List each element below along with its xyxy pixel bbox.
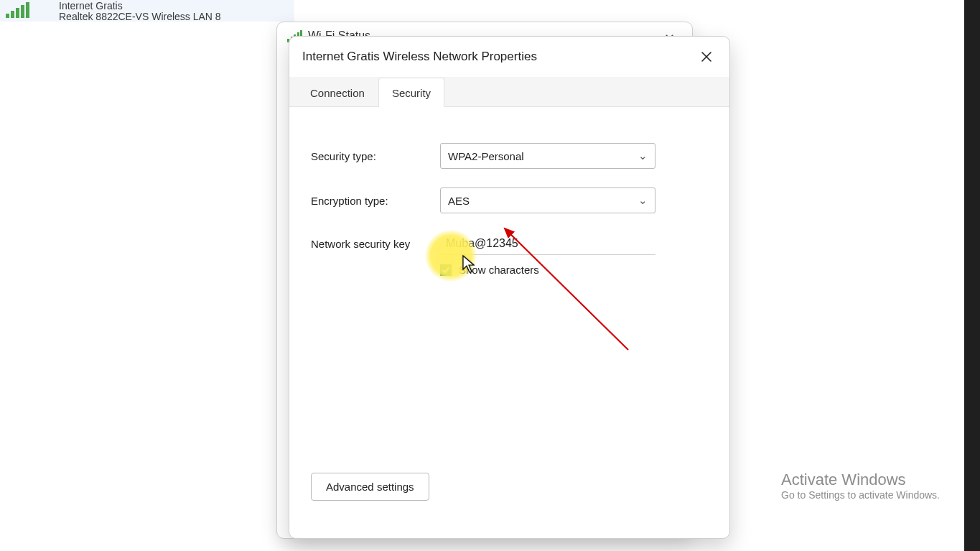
tab-strip: Connection Security bbox=[289, 77, 729, 107]
encryption-type-value: AES bbox=[448, 195, 470, 207]
wifi-signal-icon bbox=[6, 1, 56, 18]
tab-connection[interactable]: Connection bbox=[297, 78, 378, 107]
show-characters-checkbox[interactable] bbox=[440, 264, 452, 276]
network-adapter: Realtek 8822CE-VS Wireless LAN 8 bbox=[59, 11, 221, 22]
check-icon bbox=[442, 266, 450, 274]
network-security-key-label: Network security key bbox=[311, 238, 440, 250]
network-security-key-input[interactable] bbox=[440, 232, 655, 255]
security-type-value: WPA2-Personal bbox=[448, 150, 524, 162]
close-button[interactable] bbox=[696, 47, 717, 67]
show-characters-label: Show characters bbox=[459, 264, 539, 276]
watermark-title: Activate Windows bbox=[781, 471, 940, 489]
security-type-select[interactable]: WPA2-Personal ⌄ bbox=[440, 143, 655, 169]
activate-windows-watermark: Activate Windows Go to Settings to activ… bbox=[781, 471, 940, 501]
security-type-label: Security type: bbox=[311, 150, 440, 162]
chevron-down-icon: ⌄ bbox=[638, 149, 648, 162]
advanced-settings-button[interactable]: Advanced settings bbox=[311, 473, 429, 501]
chevron-down-icon: ⌄ bbox=[638, 194, 648, 207]
tab-content-security: Security type: WPA2-Personal ⌄ Encryptio… bbox=[289, 107, 729, 538]
right-edge-bar bbox=[964, 0, 980, 551]
network-name: Internet Gratis bbox=[59, 1, 221, 11]
encryption-type-select[interactable]: AES ⌄ bbox=[440, 187, 655, 213]
encryption-type-label: Encryption type: bbox=[311, 195, 440, 207]
watermark-subtitle: Go to Settings to activate Windows. bbox=[781, 489, 940, 501]
dialog-title: Internet Gratis Wireless Network Propert… bbox=[302, 50, 537, 64]
tab-security[interactable]: Security bbox=[378, 78, 444, 107]
close-icon bbox=[701, 51, 712, 62]
wireless-properties-dialog: Internet Gratis Wireless Network Propert… bbox=[289, 36, 730, 539]
network-list-item[interactable]: Internet Gratis Realtek 8822CE-VS Wirele… bbox=[0, 0, 294, 22]
